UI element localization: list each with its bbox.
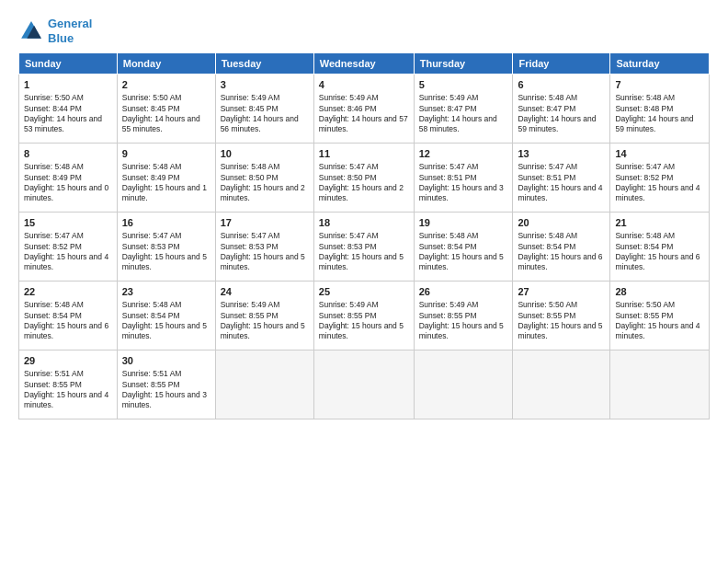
col-monday: Monday [117, 53, 215, 75]
col-friday: Friday [513, 53, 610, 75]
day-info: Sunrise: 5:49 AMSunset: 8:46 PMDaylight:… [319, 93, 409, 135]
day-info: Sunrise: 5:50 AMSunset: 8:44 PMDaylight:… [24, 93, 112, 135]
day-info: Sunrise: 5:49 AMSunset: 8:55 PMDaylight:… [419, 300, 508, 342]
day-info: Sunrise: 5:48 AMSunset: 8:54 PMDaylight:… [518, 231, 605, 273]
table-row: 16Sunrise: 5:47 AMSunset: 8:53 PMDayligh… [117, 213, 215, 282]
day-number: 23 [122, 285, 210, 299]
table-row: 2Sunrise: 5:50 AMSunset: 8:45 PMDaylight… [117, 75, 215, 144]
table-row: 6Sunrise: 5:48 AMSunset: 8:47 PMDaylight… [513, 75, 610, 144]
logo-icon [18, 18, 44, 44]
table-row: 15Sunrise: 5:47 AMSunset: 8:52 PMDayligh… [19, 213, 118, 282]
col-wednesday: Wednesday [313, 53, 414, 75]
table-row: 10Sunrise: 5:48 AMSunset: 8:50 PMDayligh… [215, 144, 313, 213]
table-row: 3Sunrise: 5:49 AMSunset: 8:45 PMDaylight… [215, 75, 313, 144]
day-info: Sunrise: 5:47 AMSunset: 8:52 PMDaylight:… [615, 162, 704, 204]
day-info: Sunrise: 5:51 AMSunset: 8:55 PMDaylight:… [122, 369, 210, 411]
day-number: 22 [24, 285, 112, 299]
table-row: 5Sunrise: 5:49 AMSunset: 8:47 PMDaylight… [414, 75, 513, 144]
calendar-header-row: Sunday Monday Tuesday Wednesday Thursday… [19, 53, 710, 75]
day-info: Sunrise: 5:48 AMSunset: 8:47 PMDaylight:… [518, 93, 605, 135]
day-info: Sunrise: 5:47 AMSunset: 8:53 PMDaylight:… [319, 231, 409, 273]
day-number: 7 [615, 78, 704, 92]
calendar-table: Sunday Monday Tuesday Wednesday Thursday… [18, 52, 710, 419]
col-sunday: Sunday [19, 53, 118, 75]
day-info: Sunrise: 5:50 AMSunset: 8:55 PMDaylight:… [615, 300, 704, 342]
table-row [215, 350, 313, 419]
day-info: Sunrise: 5:48 AMSunset: 8:54 PMDaylight:… [122, 300, 210, 342]
day-number: 30 [122, 354, 210, 368]
day-info: Sunrise: 5:47 AMSunset: 8:53 PMDaylight:… [221, 231, 309, 273]
table-row: 1Sunrise: 5:50 AMSunset: 8:44 PMDaylight… [19, 75, 118, 144]
calendar-row: 1Sunrise: 5:50 AMSunset: 8:44 PMDaylight… [19, 75, 710, 144]
day-number: 15 [24, 216, 112, 230]
day-info: Sunrise: 5:49 AMSunset: 8:45 PMDaylight:… [221, 93, 309, 135]
table-row: 9Sunrise: 5:48 AMSunset: 8:49 PMDaylight… [117, 144, 215, 213]
day-number: 19 [419, 216, 508, 230]
day-info: Sunrise: 5:48 AMSunset: 8:49 PMDaylight:… [24, 162, 112, 204]
table-row: 13Sunrise: 5:47 AMSunset: 8:51 PMDayligh… [513, 144, 610, 213]
table-row: 22Sunrise: 5:48 AMSunset: 8:54 PMDayligh… [19, 282, 118, 350]
logo-text: General Blue [48, 17, 92, 45]
day-number: 17 [221, 216, 309, 230]
day-info: Sunrise: 5:48 AMSunset: 8:54 PMDaylight:… [419, 231, 508, 273]
day-number: 27 [518, 285, 605, 299]
day-number: 18 [319, 216, 409, 230]
day-info: Sunrise: 5:49 AMSunset: 8:55 PMDaylight:… [221, 300, 309, 342]
table-row: 11Sunrise: 5:47 AMSunset: 8:50 PMDayligh… [313, 144, 414, 213]
col-thursday: Thursday [414, 53, 513, 75]
logo-line1: General [48, 17, 92, 30]
day-number: 16 [122, 216, 210, 230]
table-row: 29Sunrise: 5:51 AMSunset: 8:55 PMDayligh… [19, 350, 118, 419]
day-number: 20 [518, 216, 605, 230]
table-row [610, 350, 710, 419]
table-row: 7Sunrise: 5:48 AMSunset: 8:48 PMDaylight… [610, 75, 710, 144]
day-number: 12 [419, 147, 508, 161]
day-info: Sunrise: 5:48 AMSunset: 8:50 PMDaylight:… [221, 162, 309, 204]
calendar-row: 29Sunrise: 5:51 AMSunset: 8:55 PMDayligh… [19, 350, 710, 419]
table-row: 27Sunrise: 5:50 AMSunset: 8:55 PMDayligh… [513, 282, 610, 350]
day-number: 11 [319, 147, 409, 161]
col-tuesday: Tuesday [215, 53, 313, 75]
table-row [414, 350, 513, 419]
header: General Blue [18, 17, 710, 45]
table-row: 4Sunrise: 5:49 AMSunset: 8:46 PMDaylight… [313, 75, 414, 144]
day-info: Sunrise: 5:51 AMSunset: 8:55 PMDaylight:… [24, 369, 112, 411]
day-info: Sunrise: 5:47 AMSunset: 8:50 PMDaylight:… [319, 162, 409, 204]
day-number: 1 [24, 78, 112, 92]
logo: General Blue [18, 17, 92, 45]
table-row: 18Sunrise: 5:47 AMSunset: 8:53 PMDayligh… [313, 213, 414, 282]
day-info: Sunrise: 5:47 AMSunset: 8:52 PMDaylight:… [24, 231, 112, 273]
table-row: 25Sunrise: 5:49 AMSunset: 8:55 PMDayligh… [313, 282, 414, 350]
day-number: 24 [221, 285, 309, 299]
table-row: 23Sunrise: 5:48 AMSunset: 8:54 PMDayligh… [117, 282, 215, 350]
day-info: Sunrise: 5:48 AMSunset: 8:49 PMDaylight:… [122, 162, 210, 204]
day-info: Sunrise: 5:48 AMSunset: 8:48 PMDaylight:… [615, 93, 704, 135]
day-number: 6 [518, 78, 605, 92]
day-number: 29 [24, 354, 112, 368]
table-row: 8Sunrise: 5:48 AMSunset: 8:49 PMDaylight… [19, 144, 118, 213]
day-number: 26 [419, 285, 508, 299]
day-number: 13 [518, 147, 605, 161]
day-number: 8 [24, 147, 112, 161]
calendar-row: 8Sunrise: 5:48 AMSunset: 8:49 PMDaylight… [19, 144, 710, 213]
day-number: 5 [419, 78, 508, 92]
day-info: Sunrise: 5:47 AMSunset: 8:51 PMDaylight:… [419, 162, 508, 204]
day-number: 9 [122, 147, 210, 161]
table-row: 12Sunrise: 5:47 AMSunset: 8:51 PMDayligh… [414, 144, 513, 213]
day-number: 3 [221, 78, 309, 92]
day-info: Sunrise: 5:48 AMSunset: 8:54 PMDaylight:… [24, 300, 112, 342]
day-number: 21 [615, 216, 704, 230]
day-number: 2 [122, 78, 210, 92]
day-info: Sunrise: 5:50 AMSunset: 8:55 PMDaylight:… [518, 300, 605, 342]
day-number: 10 [221, 147, 309, 161]
table-row: 17Sunrise: 5:47 AMSunset: 8:53 PMDayligh… [215, 213, 313, 282]
day-info: Sunrise: 5:49 AMSunset: 8:47 PMDaylight:… [419, 93, 508, 135]
col-saturday: Saturday [610, 53, 710, 75]
table-row [513, 350, 610, 419]
calendar-page: General Blue Sunday Monday Tuesday Wedne… [0, 0, 728, 563]
table-row: 14Sunrise: 5:47 AMSunset: 8:52 PMDayligh… [610, 144, 710, 213]
day-number: 4 [319, 78, 409, 92]
table-row: 19Sunrise: 5:48 AMSunset: 8:54 PMDayligh… [414, 213, 513, 282]
day-number: 28 [615, 285, 704, 299]
day-info: Sunrise: 5:49 AMSunset: 8:55 PMDaylight:… [319, 300, 409, 342]
